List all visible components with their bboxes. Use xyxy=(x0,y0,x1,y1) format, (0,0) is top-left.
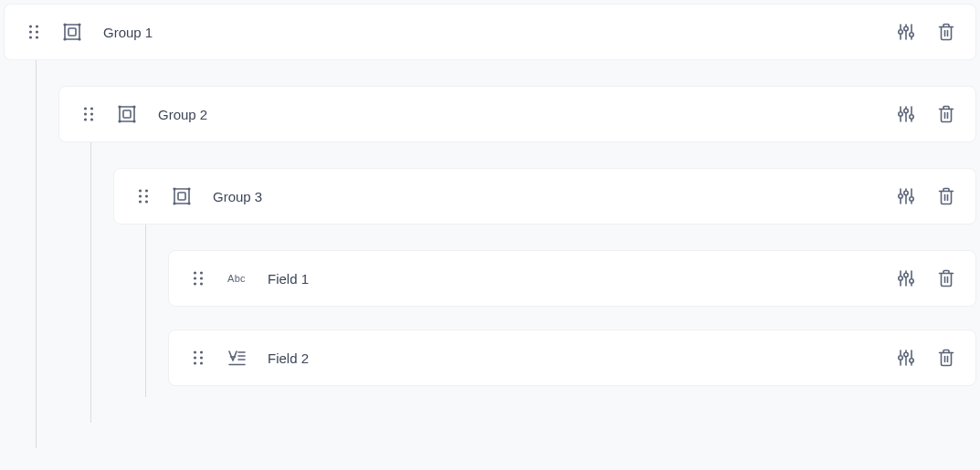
row-left: Abc Field 1 xyxy=(191,267,895,289)
children-container: Group 2 xyxy=(4,60,976,448)
node-row[interactable]: Group 2 xyxy=(58,86,976,142)
drag-handle-icon[interactable] xyxy=(136,185,151,207)
drag-handle-icon[interactable] xyxy=(191,347,205,369)
tree-connector xyxy=(113,225,168,397)
drag-handle-icon[interactable] xyxy=(191,267,205,289)
row-right xyxy=(895,267,957,289)
delete-button[interactable] xyxy=(935,21,957,43)
tree-node-field1: Abc Field 1 xyxy=(168,250,976,307)
settings-button[interactable] xyxy=(895,185,917,207)
node-label: Group 2 xyxy=(158,107,207,122)
node-label: Field 2 xyxy=(268,350,309,366)
row-right xyxy=(895,185,957,207)
node-row[interactable]: Field 2 xyxy=(168,329,976,386)
row-right xyxy=(895,103,957,125)
node-label: Group 3 xyxy=(213,189,262,204)
tree-node-group1: Group 1 xyxy=(4,4,976,448)
row-left: Group 1 xyxy=(26,21,895,43)
drag-handle-icon[interactable] xyxy=(26,21,41,43)
children-container: Abc Field 1 xyxy=(113,225,976,397)
row-right xyxy=(895,347,957,369)
tree-connector xyxy=(58,142,113,423)
group-icon xyxy=(116,103,138,125)
node-row[interactable]: Abc Field 1 xyxy=(168,250,976,307)
settings-button[interactable] xyxy=(895,21,917,43)
tree-connector xyxy=(4,60,58,448)
children-container: Group 3 xyxy=(58,142,976,423)
row-right xyxy=(895,21,957,43)
tree-node-group2: Group 2 xyxy=(58,86,976,423)
node-label: Field 1 xyxy=(268,271,309,287)
settings-button[interactable] xyxy=(895,267,917,289)
node-row[interactable]: Group 1 xyxy=(4,4,976,60)
delete-button[interactable] xyxy=(935,185,957,207)
row-left: Field 2 xyxy=(191,347,895,369)
settings-button[interactable] xyxy=(895,347,917,369)
group-icon xyxy=(61,21,83,43)
delete-button[interactable] xyxy=(935,347,957,369)
row-left: Group 3 xyxy=(136,185,895,207)
settings-button[interactable] xyxy=(895,103,917,125)
node-row[interactable]: Group 3 xyxy=(113,168,976,225)
tree-node-field2: Field 2 xyxy=(168,329,976,386)
row-left: Group 2 xyxy=(81,103,895,125)
drag-handle-icon[interactable] xyxy=(81,103,96,125)
text-field-icon: Abc xyxy=(226,267,248,289)
delete-button[interactable] xyxy=(935,267,957,289)
tree-node-group3: Group 3 xyxy=(113,168,976,397)
delete-button[interactable] xyxy=(935,103,957,125)
group-icon xyxy=(171,185,193,207)
node-label: Group 1 xyxy=(103,25,153,40)
textarea-icon xyxy=(226,347,248,369)
